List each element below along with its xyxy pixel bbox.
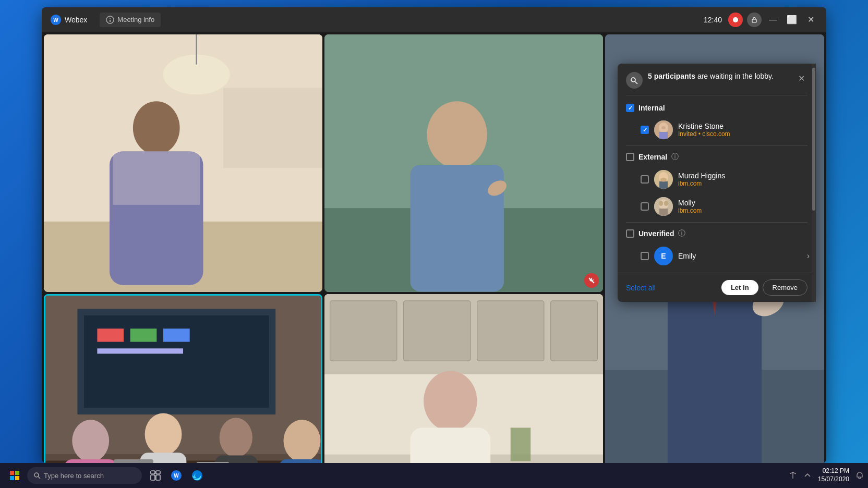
svg-text:W: W xyxy=(53,17,58,22)
lobby-panel: 5 participants are waiting in the lobby.… xyxy=(618,64,816,302)
svg-point-19 xyxy=(427,101,487,168)
svg-rect-46 xyxy=(404,300,471,360)
participant-molly: Molly ibm.com xyxy=(618,193,816,220)
svg-point-38 xyxy=(283,420,320,462)
svg-point-63 xyxy=(631,78,635,82)
svg-line-97 xyxy=(38,477,40,479)
meeting-info-tab[interactable]: Meeting info xyxy=(100,13,161,27)
lobby-title: 5 participants are waiting in the lobby. xyxy=(648,72,790,80)
video-tile-2 xyxy=(324,34,603,292)
kristine-info: Kristine Stone Invited • cisco.com xyxy=(678,122,807,138)
external-section-header: External ⓘ xyxy=(618,148,816,166)
edge-taskbar-icon[interactable] xyxy=(188,466,207,485)
participant-murad: Murad Higgins ibm.com xyxy=(618,166,816,193)
svg-point-51 xyxy=(424,371,477,431)
emily-checkbox[interactable] xyxy=(641,252,649,260)
emily-avatar: E xyxy=(654,247,673,265)
participant-kristine: Kristine Stone Invited • cisco.com xyxy=(618,116,816,143)
select-all-link[interactable]: Select all xyxy=(626,284,656,292)
svg-rect-29 xyxy=(163,328,190,341)
svg-point-5 xyxy=(733,17,738,22)
kristine-checkbox[interactable] xyxy=(641,126,649,134)
svg-point-77 xyxy=(664,201,668,206)
unverified-section-header: Unverified ⓘ xyxy=(618,225,816,242)
svg-point-68 xyxy=(661,126,666,129)
lobby-scrollbar[interactable] xyxy=(812,64,816,302)
external-checkbox[interactable] xyxy=(626,153,634,161)
molly-avatar xyxy=(654,197,673,216)
close-button[interactable]: ✕ xyxy=(803,13,818,27)
emily-info: Emily xyxy=(678,252,799,260)
maximize-button[interactable]: ⬜ xyxy=(785,13,799,27)
remove-button[interactable]: Remove xyxy=(763,279,807,296)
lock-icon-btn[interactable] xyxy=(747,13,762,27)
svg-point-32 xyxy=(72,420,109,462)
let-in-button[interactable]: Let in xyxy=(721,280,758,295)
molly-info: Molly ibm.com xyxy=(678,199,807,214)
app-logo: W Webex xyxy=(50,14,87,26)
svg-text:W: W xyxy=(174,473,179,479)
taskbar-apps: W xyxy=(146,466,207,485)
lobby-key-icon xyxy=(626,72,643,89)
record-icon-btn[interactable] xyxy=(728,13,743,27)
titlebar-controls: — ⬜ ✕ xyxy=(728,13,818,27)
internal-checkbox[interactable] xyxy=(626,104,634,112)
unverified-checkbox[interactable] xyxy=(626,229,634,238)
section-divider-2 xyxy=(626,222,807,223)
svg-point-3 xyxy=(110,18,111,19)
taskbar: Type here to search W xyxy=(0,463,868,488)
taskbar-search-placeholder: Type here to search xyxy=(44,472,104,480)
lobby-footer: Select all Let in Remove xyxy=(618,273,816,302)
svg-rect-100 xyxy=(151,475,155,480)
svg-rect-93 xyxy=(15,471,19,475)
section-divider-1 xyxy=(626,145,807,146)
taskview-button[interactable] xyxy=(146,466,165,485)
internal-label: Internal xyxy=(638,104,665,112)
svg-rect-52 xyxy=(410,428,490,463)
taskbar-search[interactable]: Type here to search xyxy=(27,467,142,484)
svg-rect-27 xyxy=(97,328,124,341)
svg-point-76 xyxy=(659,201,663,206)
app-name: Webex xyxy=(65,16,87,24)
video-tile-3: 🎤 GREAT WALL xyxy=(44,294,322,463)
molly-checkbox[interactable] xyxy=(641,202,649,211)
lobby-close-button[interactable]: ✕ xyxy=(795,72,807,84)
webex-taskbar-icon[interactable]: W xyxy=(167,466,186,485)
murad-detail: ibm.com xyxy=(678,180,807,187)
svg-rect-75 xyxy=(659,209,668,216)
svg-point-13 xyxy=(133,101,180,155)
molly-name: Molly xyxy=(678,199,807,207)
taskbar-right: 02:12 PM 15/07/2020 xyxy=(789,467,864,483)
svg-rect-67 xyxy=(659,132,668,139)
chevron-up-icon[interactable] xyxy=(803,471,812,480)
svg-rect-28 xyxy=(130,328,157,341)
minimize-button[interactable]: — xyxy=(766,13,780,27)
video-tile-4 xyxy=(324,294,603,463)
svg-rect-94 xyxy=(10,476,14,480)
svg-point-72 xyxy=(660,178,667,182)
start-button[interactable] xyxy=(4,465,25,486)
svg-rect-92 xyxy=(10,471,14,475)
svg-rect-15 xyxy=(113,151,200,205)
svg-point-36 xyxy=(220,418,252,457)
svg-rect-45 xyxy=(330,300,397,360)
external-info-icon: ⓘ xyxy=(671,152,679,162)
svg-point-96 xyxy=(34,473,39,477)
svg-rect-12 xyxy=(223,88,322,168)
lobby-header: 5 participants are waiting in the lobby.… xyxy=(618,64,816,95)
meeting-info-label: Meeting info xyxy=(117,16,154,23)
main-content: 🎤 GREAT WALL xyxy=(42,32,826,463)
emily-name: Emily xyxy=(678,252,799,260)
lobby-scroll-area[interactable]: Internal Kristine Stone xyxy=(618,95,816,273)
notification-icon[interactable] xyxy=(855,471,864,480)
svg-rect-40 xyxy=(114,459,153,463)
titlebar-clock: 12:40 xyxy=(704,16,722,24)
svg-point-34 xyxy=(145,413,182,455)
svg-rect-30 xyxy=(97,348,183,353)
kristine-avatar xyxy=(654,120,673,139)
svg-rect-98 xyxy=(151,471,155,474)
tile-2-mute-icon xyxy=(584,273,599,288)
murad-checkbox[interactable] xyxy=(641,175,649,184)
molly-detail: ibm.com xyxy=(678,207,807,214)
murad-name: Murad Higgins xyxy=(678,172,807,180)
